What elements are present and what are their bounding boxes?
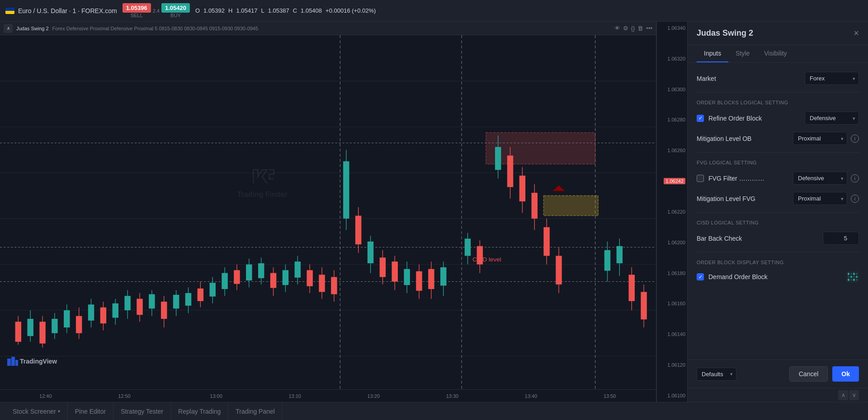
time-label-1300: 13:00 — [210, 393, 222, 399]
svg-rect-13 — [486, 133, 595, 164]
price-level-4: 1.06280 — [659, 117, 685, 122]
price-level-6: 1.06242 — [659, 178, 685, 184]
svg-rect-26 — [64, 310, 70, 327]
fvg-section-header: FVG LOGICAL SETTING — [697, 160, 859, 165]
price-level-13: 1.06100 — [659, 393, 685, 398]
fvg-filter-select-wrapper[interactable]: Defensive Aggressive None — [793, 172, 847, 185]
refine-ob-checkbox-group: ✓ Refine Order Block — [697, 115, 762, 122]
svg-rect-82 — [404, 269, 410, 285]
eye-icon[interactable]: 👁 — [614, 25, 620, 32]
svg-rect-20 — [27, 319, 33, 336]
mitigation-fvg-controls: Proximal 50% Distal i — [793, 192, 859, 205]
sell-price[interactable]: 1.05396 — [123, 3, 151, 13]
bottom-toolbar: Stock Screener ▾ Pine Editor Strategy Te… — [0, 402, 868, 420]
scroll-down-button[interactable]: ∨ — [849, 390, 859, 400]
svg-rect-92 — [477, 246, 483, 265]
l-label: L — [261, 7, 264, 14]
stock-screener-label: Stock Screener — [13, 408, 56, 415]
demand-ob-label: Demand Order Block — [708, 273, 768, 280]
fvg-filter-controls: Defensive Aggressive None i — [793, 172, 859, 185]
curly-braces-icon[interactable]: {} — [631, 25, 635, 32]
toolbar-strategy-tester[interactable]: Strategy Tester — [113, 402, 171, 420]
collapse-button[interactable]: ∧ — [4, 24, 13, 33]
svg-rect-36 — [124, 296, 130, 310]
svg-rect-52 — [222, 273, 227, 289]
replay-trading-label: Replay Trading — [178, 408, 221, 415]
svg-rect-14 — [543, 196, 598, 215]
refine-ob-select-wrapper[interactable]: Defensive Aggressive None — [805, 112, 859, 125]
svg-rect-34 — [113, 303, 118, 318]
mitigation-ob-select[interactable]: Proximal 50% Distal — [793, 132, 847, 145]
fvg-filter-select[interactable]: Defensive Aggressive None — [793, 172, 847, 185]
refine-ob-checkbox[interactable]: ✓ — [697, 115, 704, 122]
fvg-filter-checkbox[interactable] — [697, 175, 704, 182]
bar-back-input[interactable] — [823, 232, 859, 245]
svg-rect-78 — [380, 257, 386, 277]
toolbar-pine-editor[interactable]: Pine Editor — [68, 402, 113, 420]
svg-rect-64 — [295, 261, 301, 278]
svg-rect-44 — [173, 295, 179, 308]
chart-canvas[interactable]: Trading Finder — [0, 35, 656, 402]
symbol-name: Euro / U.S. Dollar · 1 · FOREX.com — [18, 7, 117, 14]
market-select-wrapper[interactable]: Forex Crypto Stocks Futures — [805, 72, 859, 85]
price-level-10: 1.06160 — [659, 301, 685, 306]
settings-icon[interactable]: ⚙ — [623, 25, 628, 32]
mitigation-fvg-select[interactable]: Proximal 50% Distal — [793, 192, 847, 205]
divider-1 — [697, 92, 859, 93]
strategy-tester-label: Strategy Tester — [121, 408, 163, 415]
bar-back-label: Bar Back Check — [697, 235, 742, 242]
svg-rect-84 — [416, 271, 422, 291]
tab-inputs[interactable]: Inputs — [697, 45, 728, 62]
tab-visibility[interactable]: Visibility — [757, 45, 794, 62]
svg-rect-86 — [428, 269, 434, 289]
svg-rect-104 — [556, 256, 561, 284]
defaults-select-wrapper[interactable]: Defaults — [697, 368, 736, 381]
panel-tabs: Inputs Style Visibility — [688, 45, 868, 63]
price-level-1: 1.06340 — [659, 25, 685, 31]
svg-rect-96 — [507, 155, 513, 187]
close-button[interactable]: × — [854, 28, 859, 38]
panel-header: Judas Swing 2 × — [688, 22, 868, 45]
scroll-area: ∧ ∨ — [688, 388, 868, 402]
mitigation-ob-info-icon[interactable]: i — [851, 135, 859, 143]
mitigation-fvg-info-icon[interactable]: i — [851, 195, 859, 203]
price-level-3: 1.06300 — [659, 87, 685, 92]
mitigation-fvg-select-wrapper[interactable]: Proximal 50% Distal — [793, 192, 847, 205]
mitigation-ob-select-wrapper[interactable]: Proximal 50% Distal — [793, 132, 847, 145]
svg-rect-38 — [137, 299, 142, 315]
demand-ob-checkbox[interactable]: ✓ — [697, 273, 704, 280]
mitigation-ob-row: Mitigation Level OB Proximal 50% Distal … — [697, 132, 859, 145]
ok-button[interactable]: Ok — [832, 366, 859, 382]
svg-rect-76 — [368, 242, 373, 263]
toolbar-stock-screener[interactable]: Stock Screener ▾ — [5, 402, 68, 420]
market-row: Market Forex Crypto Stocks Futures — [697, 72, 859, 85]
toolbar-trading-panel[interactable]: Trading Panel — [228, 402, 283, 420]
svg-rect-98 — [519, 176, 525, 201]
sell-price-group[interactable]: 1.05396 SELL 2.4 1.05420 BUY — [123, 3, 190, 18]
ob-display-section-header: ORDER BLOCK DISPLAY SETTING — [697, 260, 859, 265]
buy-price[interactable]: 1.05420 — [161, 3, 190, 13]
more-icon[interactable]: ••• — [646, 25, 652, 32]
time-label-1320: 13:20 — [368, 393, 380, 399]
toolbar-replay-trading[interactable]: Replay Trading — [171, 402, 228, 420]
refine-ob-select[interactable]: Defensive Aggressive None — [805, 112, 859, 125]
svg-rect-113 — [7, 359, 11, 366]
demand-ob-pattern-icon[interactable] — [846, 271, 859, 282]
demand-ob-checkbox-group: ✓ Demand Order Block — [697, 273, 768, 280]
footer-left: Defaults — [697, 368, 736, 381]
scroll-up-button[interactable]: ∧ — [838, 390, 848, 400]
time-label-1330: 13:30 — [446, 393, 459, 399]
fvg-filter-info-icon[interactable]: i — [851, 174, 859, 182]
panel-content: Market Forex Crypto Stocks Futures ORDER… — [688, 63, 868, 359]
svg-rect-70 — [331, 277, 337, 294]
market-select[interactable]: Forex Crypto Stocks Futures — [805, 72, 859, 85]
pine-editor-label: Pine Editor — [75, 408, 106, 415]
tab-style[interactable]: Style — [728, 45, 757, 62]
price-level-12: 1.06120 — [659, 362, 685, 368]
c-value: 1.05408 — [301, 7, 322, 14]
demand-checkmark-icon: ✓ — [698, 274, 703, 280]
defaults-select[interactable]: Defaults — [697, 368, 736, 381]
svg-rect-115 — [15, 360, 18, 366]
cancel-button[interactable]: Cancel — [789, 366, 828, 382]
delete-icon[interactable]: 🗑 — [637, 25, 643, 32]
